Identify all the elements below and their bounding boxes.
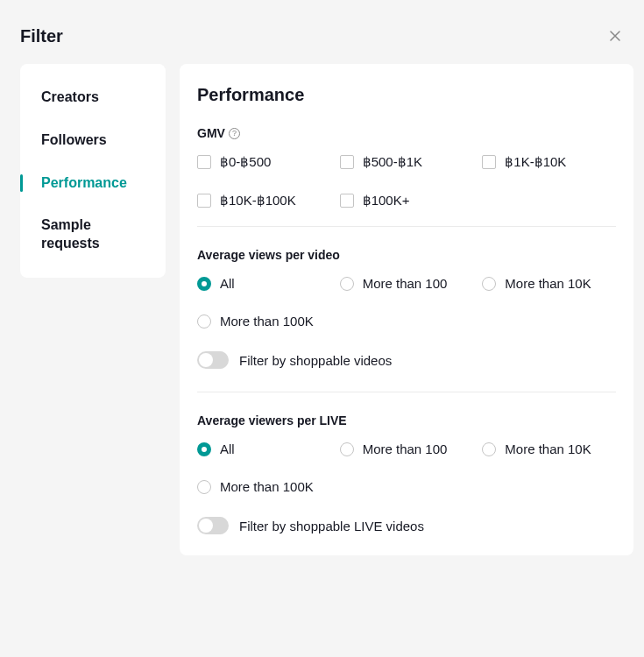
checkbox-icon	[340, 155, 354, 169]
sidebar-item-label: Creators	[41, 89, 99, 104]
radio-icon	[197, 314, 211, 328]
avg-views-option-100k[interactable]: More than 100K	[197, 314, 331, 328]
toggle-knob-icon	[199, 519, 213, 533]
shoppable-live-toggle[interactable]	[197, 517, 229, 534]
option-label: More than 10K	[505, 276, 591, 291]
avg-viewers-live-option-100[interactable]: More than 100	[340, 442, 474, 456]
checkbox-icon	[197, 194, 211, 208]
gmv-option-0-500[interactable]: ฿0-฿500	[197, 154, 331, 170]
option-label: More than 100	[363, 276, 448, 291]
section-title: Performance	[197, 85, 616, 105]
modal-title: Filter	[20, 26, 63, 46]
radio-icon	[197, 480, 211, 494]
radio-icon	[340, 277, 354, 291]
gmv-label: GMV ?	[197, 126, 616, 140]
sidebar-item-creators[interactable]: Creators	[20, 76, 166, 119]
divider	[197, 226, 616, 227]
gmv-option-100k-plus[interactable]: ฿100K+	[340, 193, 474, 208]
avg-views-toggle-row: Filter by shoppable videos	[197, 351, 616, 369]
radio-icon	[482, 442, 496, 456]
toggle-label: Filter by shoppable LIVE videos	[239, 519, 424, 533]
sidebar-item-sample-requests[interactable]: Sample requests	[20, 204, 166, 265]
help-icon[interactable]: ?	[229, 128, 240, 139]
avg-viewers-live-toggle-row: Filter by shoppable LIVE videos	[197, 517, 616, 534]
option-label: ฿500-฿1K	[363, 154, 422, 170]
avg-views-option-100[interactable]: More than 100	[340, 276, 474, 291]
modal-header: Filter	[0, 0, 644, 64]
close-icon	[610, 29, 620, 45]
avg-viewers-live-label: Average viewers per LIVE	[197, 413, 616, 427]
option-label: ฿10K-฿100K	[220, 193, 296, 208]
radio-icon	[482, 277, 496, 291]
avg-viewers-live-option-all[interactable]: All	[197, 442, 331, 456]
checkbox-icon	[482, 155, 496, 169]
gmv-option-500-1k[interactable]: ฿500-฿1K	[340, 154, 474, 170]
avg-viewers-live-option-10k[interactable]: More than 10K	[482, 442, 616, 456]
sidebar-item-label: Sample requests	[41, 217, 100, 251]
option-label: ฿100K+	[363, 193, 410, 208]
avg-viewers-live-option-100k[interactable]: More than 100K	[197, 479, 331, 494]
option-label: All	[220, 442, 235, 456]
avg-views-label: Average views per video	[197, 248, 616, 262]
gmv-label-text: GMV	[197, 126, 225, 140]
gmv-option-10k-100k[interactable]: ฿10K-฿100K	[197, 193, 331, 208]
avg-views-option-all[interactable]: All	[197, 276, 331, 291]
option-label: More than 10K	[505, 442, 591, 456]
gmv-option-1k-10k[interactable]: ฿1K-฿10K	[482, 154, 616, 170]
radio-icon	[340, 442, 354, 456]
filter-sidebar: Creators Followers Performance Sample re…	[20, 64, 166, 278]
avg-viewers-live-label-text: Average viewers per LIVE	[197, 413, 347, 427]
option-label: More than 100	[363, 442, 448, 456]
sidebar-item-label: Followers	[41, 132, 107, 147]
radio-icon	[197, 277, 211, 291]
radio-icon	[197, 442, 211, 456]
toggle-label: Filter by shoppable videos	[239, 353, 392, 368]
close-button[interactable]	[606, 28, 624, 46]
sidebar-item-label: Performance	[41, 175, 127, 190]
avg-views-options: All More than 100 More than 10K More tha…	[197, 276, 616, 328]
avg-views-label-text: Average views per video	[197, 248, 340, 262]
checkbox-icon	[340, 194, 354, 208]
shoppable-videos-toggle[interactable]	[197, 351, 229, 369]
option-label: More than 100K	[220, 479, 314, 494]
avg-views-option-10k[interactable]: More than 10K	[482, 276, 616, 291]
avg-viewers-live-options: All More than 100 More than 10K More tha…	[197, 442, 616, 494]
divider	[197, 392, 616, 392]
option-label: All	[220, 276, 235, 291]
sidebar-item-followers[interactable]: Followers	[20, 119, 166, 162]
option-label: More than 100K	[220, 314, 314, 328]
toggle-knob-icon	[199, 353, 213, 367]
gmv-options: ฿0-฿500 ฿500-฿1K ฿1K-฿10K ฿10K-฿100K ฿10…	[197, 154, 616, 208]
option-label: ฿0-฿500	[220, 154, 271, 170]
sidebar-item-performance[interactable]: Performance	[20, 162, 166, 205]
checkbox-icon	[197, 155, 211, 169]
filter-main-panel: Performance GMV ? ฿0-฿500 ฿500-฿1K ฿1K-฿…	[180, 64, 633, 555]
option-label: ฿1K-฿10K	[505, 154, 566, 170]
